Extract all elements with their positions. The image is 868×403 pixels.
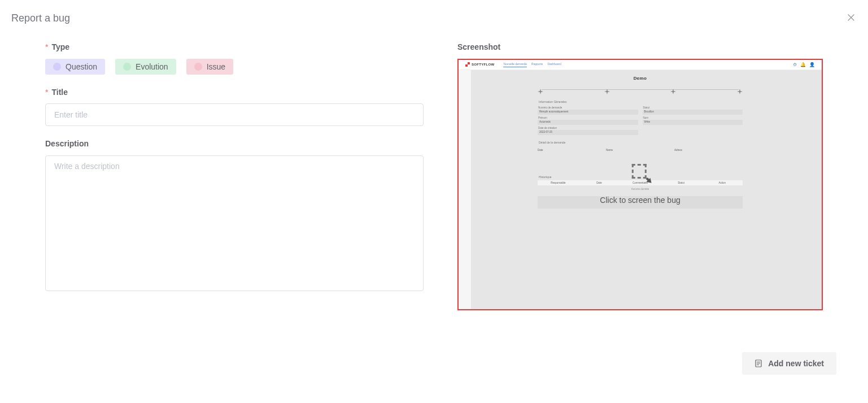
step-icon [737,86,743,92]
report-bug-dialog: Report a bug Type Question Evolution [0,0,868,403]
preview-field-value: Write [643,120,743,125]
step-icon [538,86,543,92]
description-textarea[interactable] [45,155,424,291]
preview-col: Responsable [538,181,579,184]
dialog-body: Type Question Evolution Issue [11,42,857,323]
screenshot-label: Screenshot [457,42,823,53]
type-option-label: Issue [207,62,225,71]
dialog-title: Report a bug [11,12,70,24]
preview-tabs: Nouvelle demande Rapports Dashboard [503,62,561,67]
document-icon [754,359,762,367]
screenshot-select-icon [632,164,649,181]
preview-field-label: Numéro de demande [538,106,638,109]
preview-field-label: Statut [643,106,743,109]
preview-steps [538,86,743,92]
add-ticket-button[interactable]: Add new ticket [742,352,836,375]
screenshot-overlay-text: Click to screen the bug [600,196,680,205]
preview-field-value: Automatic [538,120,638,125]
preview-logo: SOFTYFLOW [465,62,494,67]
description-field: Description [45,138,424,293]
type-option-label: Question [66,62,97,71]
screenshot-field: Screenshot SOFTYFLOW Nouvelle demande Ra… [457,42,823,310]
user-icon: 👤 [809,62,815,67]
gear-icon: ⚙ [793,62,797,67]
title-field: Title [45,87,424,127]
dialog-header: Report a bug [11,11,857,25]
step-icon [604,86,610,92]
logo-mark-icon [465,62,470,67]
screenshot-column: Screenshot SOFTYFLOW Nouvelle demande Ra… [457,42,823,323]
preview-tab: Rapports [531,62,543,67]
preview-tab: Dashboard [547,62,561,67]
preview-field-label: Nom [643,116,743,119]
step-icon [670,86,676,92]
radio-circle-icon [194,63,202,71]
form-column: Type Question Evolution Issue [45,42,424,323]
preview-section: Information Génerales [539,100,743,103]
type-field: Type Question Evolution Issue [45,42,424,75]
description-label: Description [45,138,424,150]
preview-header-actions: ⚙ 🔔 👤 [793,62,815,67]
type-label: Type [45,42,424,53]
preview-section: Détail de la demande [539,141,743,144]
preview-field-value: Brouillon [643,110,743,115]
preview-col: Action [701,181,743,184]
preview-field-label: Prénom [538,116,638,119]
screenshot-capture-area[interactable]: SOFTYFLOW Nouvelle demande Rapports Dash… [457,59,823,310]
preview-field-value: 2022-07-25 [538,130,638,135]
screenshot-overlay: Click to screen the bug [600,164,680,205]
type-option-question[interactable]: Question [45,59,105,75]
preview-brand: SOFTYFLOW [472,63,494,66]
type-option-evolution[interactable]: Evolution [115,59,176,75]
preview-detail-table: Date Name Adress [538,148,743,153]
dialog-footer: Add new ticket [742,352,836,375]
preview-header: SOFTYFLOW Nouvelle demande Rapports Dash… [459,60,822,70]
close-icon [848,14,854,21]
radio-circle-icon [53,63,61,71]
radio-circle-icon [123,63,131,71]
preview-field-value: Rémplir automatiquement [538,110,638,115]
type-radio-group: Question Evolution Issue [45,59,424,75]
title-label: Title [45,87,424,98]
preview-field-label: Date de création [538,127,638,129]
preview-col: Name [606,149,674,151]
preview-tab: Nouvelle demande [503,62,527,67]
type-option-issue[interactable]: Issue [186,59,233,75]
bell-icon: 🔔 [800,62,806,67]
close-button[interactable] [845,11,857,25]
preview-col: Adress [674,149,743,151]
add-ticket-label: Add new ticket [768,359,824,368]
type-option-label: Evolution [136,62,168,71]
preview-page-title: Demo [538,76,743,81]
preview-col: Date [538,149,606,151]
title-input[interactable] [45,103,424,126]
